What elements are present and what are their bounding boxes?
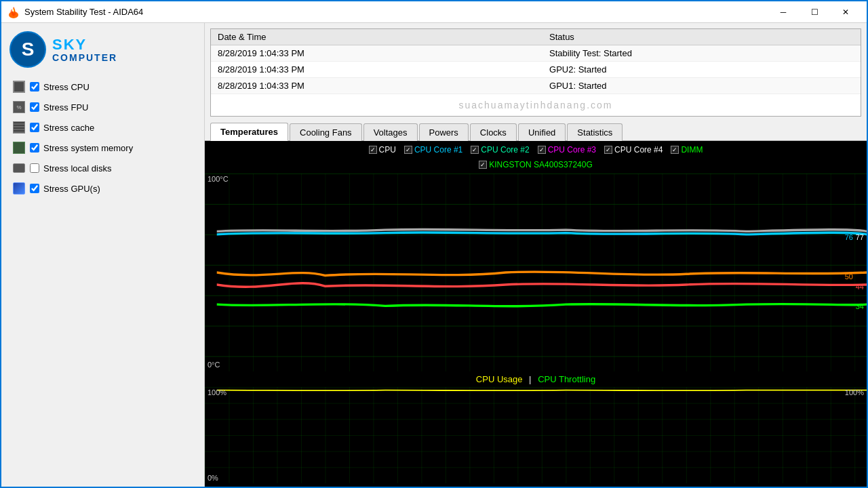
stress-fpu-item: % Stress FPU: [7, 97, 201, 117]
temp-y-min: 0°C: [208, 361, 220, 369]
temp-y-max: 100°C: [208, 175, 229, 183]
cpu-usage-label: CPU Usage: [476, 374, 523, 384]
cpu-y-max: 100%: [208, 388, 226, 396]
tab-unified[interactable]: Unified: [518, 123, 566, 141]
close-button[interactable]: ✕: [830, 1, 861, 23]
stress-memory-label: Stress system memory: [43, 143, 133, 153]
log-datetime-3: 8/28/2019 1:04:33 PM: [211, 78, 542, 94]
legend-cpu: ✓ CPU: [369, 145, 396, 155]
disk-icon: [12, 161, 26, 175]
log-col-status: Status: [542, 29, 861, 45]
svg-text:S: S: [22, 39, 35, 60]
stress-cache-label: Stress cache: [43, 123, 94, 133]
legend-cpu-check: ✓: [369, 146, 377, 154]
stress-disks-checkbox[interactable]: [30, 163, 39, 173]
temp-chart-body: 100°C 0°C 77 76 44 50 34: [205, 174, 867, 371]
logo-text: SKY COMPUTER: [52, 37, 117, 64]
legend-core4: ✓ CPU Core #4: [604, 145, 663, 155]
sidebar: S SKY COMPUTER Stress CPU: [1, 23, 205, 487]
ram-icon: [12, 141, 26, 155]
tabs-container: Temperatures Cooling Fans Voltages Power…: [205, 122, 867, 141]
stress-memory-item: Stress system memory: [7, 138, 201, 158]
cache-icon: [12, 121, 26, 134]
app-icon: [7, 5, 20, 19]
legend-core1: ✓ CPU Core #1: [404, 145, 462, 155]
stress-fpu-checkbox[interactable]: [30, 102, 39, 112]
temp-val-34: 34: [856, 302, 864, 310]
cpu-title-sep: |: [529, 374, 531, 384]
maximize-button[interactable]: ☐: [799, 1, 830, 23]
stress-cpu-label: Stress CPU: [43, 82, 90, 92]
temp-val-44: 44: [856, 283, 864, 291]
tab-voltages[interactable]: Voltages: [363, 123, 418, 141]
tab-temperatures[interactable]: Temperatures: [210, 123, 288, 141]
temp-legend: ✓ CPU ✓ CPU Core #1 ✓ CPU Core #2 ✓: [205, 141, 867, 159]
log-col-datetime: Date & Time: [211, 29, 542, 45]
log-status-1: Stability Test: Started: [542, 45, 861, 62]
stress-disks-label: Stress local disks: [43, 163, 111, 174]
cpu-y-min: 0%: [208, 474, 218, 482]
legend-core2-check: ✓: [471, 146, 479, 154]
stress-fpu-label: Stress FPU: [43, 102, 88, 113]
log-status-2: GPU2: Started: [542, 62, 861, 78]
tab-coolingfans[interactable]: Cooling Fans: [290, 123, 362, 141]
temp-val-77: 77: [856, 233, 864, 241]
legend-core2-label: CPU Core #2: [481, 145, 529, 155]
legend-core3: ✓ CPU Core #3: [538, 145, 596, 155]
cpu-icon: [12, 80, 26, 94]
stress-gpu-label: Stress GPU(s): [43, 184, 100, 194]
stress-gpu-checkbox[interactable]: [30, 184, 39, 193]
tab-statistics[interactable]: Statistics: [567, 123, 623, 141]
cpu-chart-svg: [205, 387, 867, 483]
cpu-chart-title: CPU Usage | CPU Throttling: [205, 371, 867, 387]
legend-dimm-label: DIMM: [681, 145, 703, 155]
logo-area: S SKY COMPUTER: [4, 28, 201, 74]
legend-core4-check: ✓: [604, 146, 612, 154]
legend-core1-label: CPU Core #1: [414, 145, 462, 155]
stress-disks-item: Stress local disks: [7, 158, 201, 178]
graphs-area: ✓ CPU ✓ CPU Core #1 ✓ CPU Core #2 ✓: [205, 141, 867, 487]
right-panel: Date & Time Status 8/28/2019 1:04:33 PM …: [205, 23, 867, 487]
temp-chart-svg: [205, 174, 867, 371]
legend-kingston-check: ✓: [479, 161, 487, 169]
log-datetime-1: 8/28/2019 1:04:33 PM: [211, 45, 542, 62]
stress-cache-item: Stress cache: [7, 117, 201, 138]
logo-icon: S: [9, 31, 47, 68]
stress-options-list: Stress CPU % Stress FPU Stress cach: [4, 77, 201, 199]
legend-core3-check: ✓: [538, 146, 546, 154]
tab-clocks[interactable]: Clocks: [470, 123, 517, 141]
tab-powers[interactable]: Powers: [419, 123, 469, 141]
cpu-y-max-right: 100%: [845, 388, 864, 396]
fpu-icon: %: [12, 100, 26, 114]
main-window: System Stability Test - AIDA64 ─ ☐ ✕ S S…: [0, 0, 868, 488]
legend-core3-label: CPU Core #3: [548, 145, 596, 155]
cpu-usage-chart: CPU Usage | CPU Throttling 100% 0% 100%: [205, 371, 867, 487]
log-table-container: Date & Time Status 8/28/2019 1:04:33 PM …: [210, 28, 861, 117]
stress-cpu-item: Stress CPU: [7, 77, 201, 97]
temp-legend-2: ✓ KINGSTON SA400S37240G: [205, 159, 867, 174]
title-bar: System Stability Test - AIDA64 ─ ☐ ✕: [1, 1, 867, 23]
legend-dimm: ✓ DIMM: [671, 145, 703, 155]
watermark-text: suachuamaytinhdanang.com: [211, 94, 861, 116]
svg-rect-4: [205, 387, 867, 483]
legend-cpu-label: CPU: [379, 145, 396, 155]
gpu-icon: [12, 182, 26, 195]
legend-core2: ✓ CPU Core #2: [471, 145, 529, 155]
table-row: 8/28/2019 1:04:33 PM Stability Test: Sta…: [211, 45, 861, 62]
temp-val-50: 50: [845, 272, 853, 281]
temperature-chart: ✓ CPU ✓ CPU Core #1 ✓ CPU Core #2 ✓: [205, 141, 867, 371]
log-status-3: GPU1: Started: [542, 78, 861, 94]
content-area: S SKY COMPUTER Stress CPU: [1, 23, 867, 487]
table-row: 8/28/2019 1:04:33 PM GPU2: Started: [211, 62, 861, 78]
legend-core4-label: CPU Core #4: [614, 145, 663, 155]
stress-cpu-checkbox[interactable]: [30, 82, 39, 92]
stress-cache-checkbox[interactable]: [30, 123, 39, 132]
minimize-button[interactable]: ─: [768, 1, 799, 23]
stress-gpu-item: Stress GPU(s): [7, 178, 201, 199]
logo-computer-text: COMPUTER: [52, 53, 117, 63]
legend-dimm-check: ✓: [671, 146, 679, 154]
legend-kingston: ✓ KINGSTON SA400S37240G: [479, 160, 593, 169]
window-controls: ─ ☐ ✕: [768, 1, 861, 23]
stress-memory-checkbox[interactable]: [30, 143, 39, 152]
legend-core1-check: ✓: [404, 146, 412, 154]
